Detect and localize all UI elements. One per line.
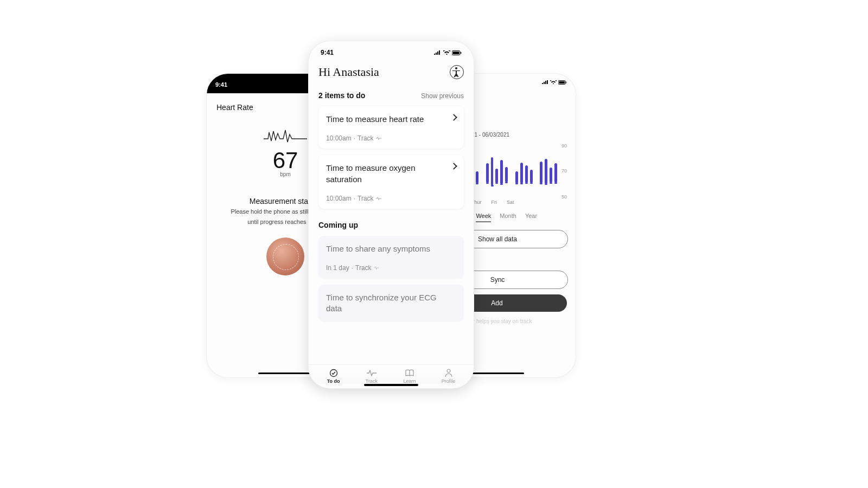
svg-rect-7	[453, 52, 459, 54]
pulse-icon	[374, 266, 379, 270]
x-label: Fri	[492, 200, 497, 205]
upcoming-card-symptoms[interactable]: Time to share any symptoms In 1 day · Tr…	[318, 236, 464, 278]
tasks-count-label: 2 items to do	[318, 91, 365, 100]
show-previous-link[interactable]: Show previous	[421, 92, 464, 100]
coming-up-heading: Coming up	[318, 221, 464, 229]
tab-todo[interactable]: To do	[327, 369, 340, 384]
pulse-icon	[376, 136, 381, 140]
period-tab-week[interactable]: Week	[476, 213, 491, 222]
home-indicator[interactable]	[258, 373, 312, 374]
period-tab-year[interactable]: Year	[525, 213, 537, 222]
home-indicator[interactable]	[470, 373, 524, 374]
tab-learn[interactable]: Learn	[403, 369, 416, 384]
y-tick-50: 50	[561, 194, 567, 200]
accessibility-icon[interactable]	[450, 65, 464, 79]
task-title: Time to share any symptoms	[326, 243, 456, 254]
fingertip-sensor-graphic	[266, 237, 304, 275]
pulse-icon	[376, 196, 381, 201]
status-time: 9:41	[321, 49, 334, 56]
status-icons	[542, 80, 567, 85]
pulse-icon	[367, 369, 376, 377]
task-card-heart-rate[interactable]: Time to measure heart rate 10:00am · Tra…	[318, 106, 464, 149]
phone-todo-dashboard: 9:41 Hi Anastasia 2 items to do Show pre…	[308, 41, 474, 389]
task-category: Track	[358, 195, 374, 202]
status-icons	[434, 50, 462, 55]
upcoming-card-ecg-sync[interactable]: Time to synchronize your ECG data	[318, 285, 464, 321]
task-title: Time to measure oxygen saturation	[326, 163, 456, 185]
y-tick-90: 90	[561, 143, 567, 149]
y-tick-70: 70	[561, 168, 567, 174]
task-title: Time to measure heart rate	[326, 114, 456, 125]
book-icon	[405, 369, 414, 377]
greeting: Hi Anastasia	[318, 65, 379, 79]
svg-point-10	[447, 369, 450, 373]
bottom-tab-bar: To do Track Learn Profile	[309, 364, 474, 384]
profile-icon	[444, 369, 454, 377]
task-category: Track	[355, 264, 372, 272]
task-card-oxygen-saturation[interactable]: Time to measure oxygen saturation 10:00a…	[318, 155, 464, 209]
svg-point-9	[330, 370, 337, 377]
task-time: 10:00am	[326, 195, 352, 202]
x-label: Sat	[507, 200, 514, 205]
status-bar: 9:41	[309, 41, 474, 60]
period-tab-month[interactable]: Month	[500, 213, 516, 222]
task-title: Time to synchronize your ECG data	[326, 292, 456, 314]
svg-rect-5	[566, 82, 566, 84]
svg-rect-8	[461, 52, 462, 53]
status-time: 9:41	[215, 81, 227, 88]
task-time: 10:00am	[326, 134, 352, 142]
home-indicator[interactable]	[364, 384, 418, 386]
tab-label: Track	[366, 378, 378, 384]
task-category: Track	[358, 134, 374, 142]
tab-label: To do	[327, 378, 340, 384]
tab-track[interactable]: Track	[366, 369, 378, 384]
tab-profile[interactable]: Profile	[442, 369, 456, 384]
check-circle-icon	[329, 369, 339, 377]
svg-rect-4	[559, 81, 564, 84]
tab-label: Learn	[403, 378, 416, 384]
heart-rate-waveform-icon	[264, 126, 307, 144]
tab-label: Profile	[442, 378, 456, 384]
task-time: In 1 day	[326, 264, 349, 272]
